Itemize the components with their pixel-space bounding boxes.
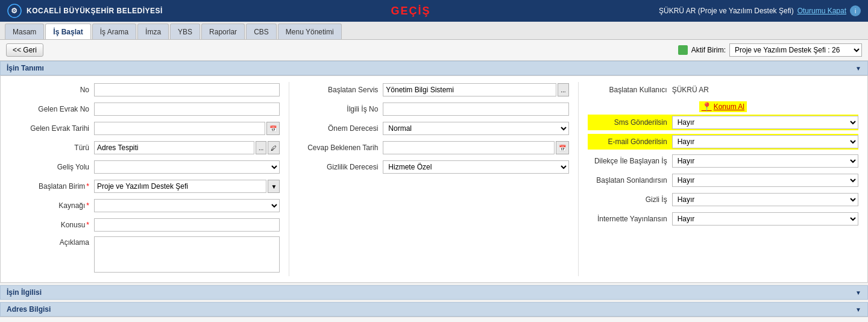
gelen-evrak-no-label: Gelen Evrak No: [10, 105, 94, 113]
turu-input[interactable]: [94, 141, 254, 154]
turu-action-btn[interactable]: 🖊: [268, 141, 280, 154]
logout-link[interactable]: Oturumu Kapat: [797, 7, 846, 15]
baslatan-kullanici-label: Başlatan Kullanıcı: [588, 86, 672, 94]
adres-bilgisi-chevron: ▼: [855, 306, 861, 313]
konum-al-link[interactable]: 📍 Konum Al: [699, 101, 747, 112]
logo-text: KOCAELİ BÜYÜKŞEHİR BELEDİYESİ: [27, 7, 163, 15]
adres-bilgisi-title: Adres Bilgisi: [7, 305, 51, 314]
is-tanimi-title: İşin Tanımı: [7, 64, 44, 72]
baslatan-sonlandirsin-label: Başlatan Sonlandırsın: [588, 176, 672, 185]
dilekce-ile-baslayan-is-label: Dilekçe İle Başlayan İş: [588, 157, 672, 165]
tab-is-arama[interactable]: İş Arama: [92, 24, 136, 39]
baslatan-kullanici-value: ŞÜKRÜ AR: [672, 84, 709, 95]
baslatan-birim-btn[interactable]: ▼: [268, 180, 280, 193]
dilekce-ile-baslayan-is-select[interactable]: Hayır Evet: [672, 154, 858, 168]
ilgili-is-no-row: İlgili İş No: [298, 101, 568, 117]
is-tanimi-content: No Gelen Evrak No Gelen Evrak Tarihi 📅: [0, 75, 868, 283]
konusu-label: Konusu: [10, 221, 94, 229]
back-button[interactable]: << Geri: [6, 43, 43, 57]
gizlilik-derecesi-row: Gizlilik Derecesi Hizmete Özel Gizli Çok…: [298, 159, 568, 175]
gizli-is-label: Gizli İş: [588, 195, 672, 204]
baslatan-kullanici-row: Başlatan Kullanıcı ŞÜKRÜ AR: [588, 82, 858, 98]
ilgili-is-no-input[interactable]: [383, 103, 568, 116]
is-tanimi-chevron: ▼: [855, 65, 861, 72]
internette-yayinlansin-row: İnternette Yayınlansın Hayır Evet: [588, 211, 858, 227]
gelis-yolu-select[interactable]: [94, 160, 280, 174]
gelis-yolu-label: Geliş Yolu: [10, 163, 94, 171]
baslatan-servis-row: Başlatan Servis ...: [298, 82, 568, 98]
cevap-beklenen-tarih-calendar-btn[interactable]: 📅: [556, 141, 569, 154]
internette-yayinlansin-label: İnternette Yayınlansın: [588, 215, 672, 223]
aciklama-textarea[interactable]: [94, 236, 280, 273]
bottom-toolbar: Taslak Olarak Kaydet Temizle: [0, 317, 868, 322]
aciklama-label: Açıklama: [10, 236, 94, 247]
kaynagi-select[interactable]: [94, 199, 280, 212]
user-name: ŞÜKRÜ AR (Proje ve Yazılım Destek Şefi): [659, 7, 794, 15]
gelen-evrak-tarihi-label: Gelen Evrak Tarihi: [10, 124, 94, 133]
gelen-evrak-no-input[interactable]: [94, 103, 280, 116]
tab-masam[interactable]: Masam: [5, 24, 44, 39]
email-gonderilsin-label: E-mail Gönderilsin: [588, 137, 672, 146]
onem-derecesi-label: Önem Derecesi: [298, 124, 383, 133]
no-row: No: [10, 82, 280, 98]
gelen-evrak-tarihi-calendar-btn[interactable]: 📅: [266, 122, 280, 135]
turu-browse-btn[interactable]: ...: [256, 141, 266, 154]
baslatan-servis-label: Başlatan Servis: [298, 86, 383, 94]
konum-icon: 📍: [702, 102, 712, 112]
aciklama-row: Açıklama: [10, 236, 280, 273]
konum-al-label: Konum Al: [714, 103, 744, 111]
gelen-evrak-no-row: Gelen Evrak No: [10, 101, 280, 117]
baslatan-servis-btn[interactable]: ...: [558, 83, 568, 96]
baslatan-birim-input[interactable]: [94, 180, 266, 193]
baslatan-sonlandirsin-row: Başlatan Sonlandırsın Hayır Evet: [588, 172, 858, 188]
active-unit-label: Aktif Birim:: [691, 46, 726, 54]
svg-text:⚙: ⚙: [11, 7, 18, 15]
active-unit-select[interactable]: Proje ve Yazılım Destek Şefi : 26: [729, 43, 862, 57]
dilekce-ile-baslayan-is-row: Dilekçe İle Başlayan İş Hayır Evet: [588, 153, 858, 169]
form-col-1: No Gelen Evrak No Gelen Evrak Tarihi 📅: [1, 82, 289, 276]
is-tanimi-header[interactable]: İşin Tanımı ▼: [0, 61, 868, 75]
adres-bilgisi-header[interactable]: Adres Bilgisi ▼: [0, 302, 868, 317]
tab-cbs[interactable]: CBS: [246, 24, 277, 39]
baslatan-sonlandirsin-select[interactable]: Hayır Evet: [672, 174, 858, 187]
gizli-is-select[interactable]: Hayır Evet: [672, 193, 858, 206]
cevap-beklenen-tarih-input[interactable]: [383, 141, 554, 154]
active-unit: Aktif Birim: Proje ve Yazılım Destek Şef…: [678, 43, 862, 57]
turu-input-group: ... 🖊: [94, 141, 280, 154]
sms-gonderilsin-label: Sms Gönderilsin: [588, 118, 672, 127]
gelen-evrak-tarihi-input-group: 📅: [94, 122, 280, 135]
sms-gonderilsin-select[interactable]: Hayır Evet: [672, 116, 858, 129]
cevap-beklenen-tarih-group: 📅: [383, 141, 568, 154]
toolbar: << Geri Aktif Birim: Proje ve Yazılım De…: [0, 40, 868, 61]
tab-raporlar[interactable]: Raporlar: [201, 24, 245, 39]
gelen-evrak-tarihi-input[interactable]: [94, 122, 265, 135]
tab-is-baslat[interactable]: İş Başlat: [45, 24, 90, 39]
cevap-beklenen-tarih-label: Cevap Beklenen Tarih: [298, 144, 383, 152]
baslatan-servis-input[interactable]: [383, 83, 556, 96]
user-icon: i: [850, 5, 861, 16]
tab-imza[interactable]: İmza: [137, 24, 169, 39]
tab-menu-yonetimi[interactable]: Menu Yönetimi: [278, 24, 342, 39]
turu-label: Türü: [10, 144, 94, 152]
no-input[interactable]: [94, 83, 280, 96]
gizlilik-derecesi-select[interactable]: Hizmete Özel Gizli Çok Gizli: [383, 160, 568, 174]
form-col-2: Başlatan Servis ... İlgili İş No Önem De…: [289, 82, 578, 276]
is-ilgilisi-header[interactable]: İşin İlgilisi ▼: [0, 285, 868, 300]
is-ilgilisi-chevron: ▼: [855, 289, 861, 296]
konusu-input[interactable]: [94, 218, 280, 232]
gelen-evrak-tarihi-row: Gelen Evrak Tarihi 📅: [10, 121, 280, 136]
tab-ybs[interactable]: YBS: [170, 24, 200, 39]
baslatan-servis-input-group: ...: [383, 83, 568, 96]
ilgili-is-no-label: İlgili İş No: [298, 105, 383, 113]
gelis-yolu-row: Geliş Yolu: [10, 159, 280, 175]
form-col-3: Başlatan Kullanıcı ŞÜKRÜ AR 📍 Konum Al S…: [579, 82, 867, 276]
cevap-beklenen-tarih-row: Cevap Beklenen Tarih 📅: [298, 140, 568, 156]
onem-derecesi-select[interactable]: Normal Düşük Yüksek Acil: [383, 122, 568, 135]
logo: ⚙ KOCAELİ BÜYÜKŞEHİR BELEDİYESİ: [7, 4, 163, 18]
turu-row: Türü ... 🖊: [10, 140, 280, 156]
header-user: ŞÜKRÜ AR (Proje ve Yazılım Destek Şefi) …: [659, 5, 861, 16]
gizli-is-row: Gizli İş Hayır Evet: [588, 192, 858, 207]
email-gonderilsin-select[interactable]: Hayır Evet: [672, 135, 858, 148]
baslatan-birim-row: Başlatan Birim ▼: [10, 178, 280, 194]
internette-yayinlansin-select[interactable]: Hayır Evet: [672, 212, 858, 226]
